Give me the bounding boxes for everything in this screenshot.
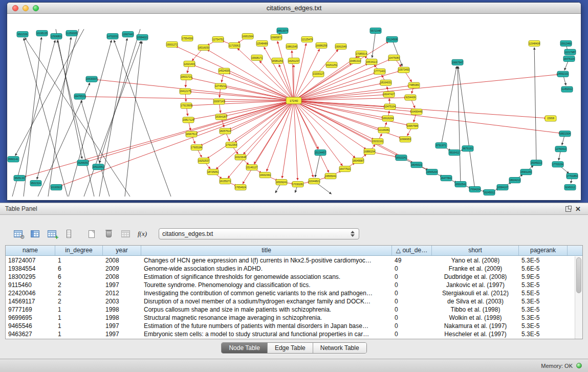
graph-node[interactable]: 8791971	[435, 143, 447, 148]
close-panel-button[interactable]	[573, 205, 583, 213]
window-titlebar[interactable]: citations_edges.txt	[7, 3, 581, 14]
graph-node[interactable]: 17085914	[356, 51, 367, 56]
graph-node[interactable]: 18049321	[411, 162, 422, 168]
graph-node[interactable]: 18302541	[455, 182, 466, 187]
tab-network-table[interactable]: Network Table	[313, 343, 366, 353]
graph-node[interactable]: 12106081	[378, 127, 389, 133]
edit-columns-button[interactable]	[44, 227, 59, 241]
graph-node[interactable]: 19908171	[251, 55, 263, 60]
graph-node[interactable]: 25266051	[77, 160, 89, 166]
graph-node[interactable]: 16495449	[411, 109, 422, 115]
graph-node[interactable]: 16916204	[382, 116, 394, 121]
row-options-button[interactable]	[61, 227, 76, 241]
graph-node[interactable]: 18381253	[272, 58, 283, 63]
column-header-year[interactable]: year	[103, 246, 141, 255]
graph-node[interactable]: 17913905	[181, 103, 192, 108]
graph-node[interactable]: 17703154	[552, 162, 563, 167]
graph-node[interactable]: 17554300	[182, 35, 193, 41]
graph-node[interactable]: 19412175	[180, 89, 191, 94]
show-columns-button[interactable]	[27, 227, 42, 241]
graph-node[interactable]: 18725051	[207, 169, 219, 175]
graph-node-center[interactable]: 17240	[286, 97, 301, 104]
graph-node[interactable]: 14592101	[557, 71, 569, 77]
graph-node[interactable]: 18309241	[276, 180, 287, 185]
graph-node[interactable]: 12667443	[122, 31, 134, 37]
graph-node[interactable]: 12760413	[555, 146, 567, 152]
graph-node[interactable]: 11259305	[66, 30, 77, 36]
graph-node[interactable]: 16323648	[235, 155, 246, 160]
graph-node[interactable]: 15913460	[560, 40, 572, 46]
graph-node[interactable]: 10475083	[388, 55, 400, 60]
memory-status-light[interactable]	[576, 363, 582, 368]
graph-node[interactable]: 16686259	[316, 42, 327, 48]
graph-node[interactable]: 15901243	[520, 169, 532, 175]
graph-node[interactable]: 17912354	[226, 142, 237, 148]
graph-node[interactable]: 16880294	[364, 149, 375, 155]
graph-node[interactable]: 12217987	[564, 49, 576, 55]
graph-node[interactable]: 18049587	[353, 158, 364, 164]
graph-node[interactable]: 12125479	[301, 36, 313, 42]
graph-node[interactable]: 20522051	[93, 164, 104, 170]
column-header-out_de[interactable]: △ out_de…	[392, 246, 432, 255]
graph-node[interactable]: 11452012	[561, 86, 573, 92]
graph-node[interactable]: 7485083	[408, 82, 420, 88]
graph-node[interactable]: 18316030	[198, 45, 209, 50]
column-header-in_degree[interactable]: in_degree	[55, 246, 103, 255]
tab-edge-table[interactable]: Edge Table	[267, 343, 313, 353]
graph-node[interactable]: 16821504	[559, 131, 571, 137]
graph-node[interactable]: 19252537	[198, 158, 209, 164]
graph-node[interactable]: 19565041	[325, 173, 336, 179]
table-row[interactable]: 977716911998Corpus callosum shape and si…	[6, 305, 575, 314]
graph-node[interactable]: 15364187	[215, 114, 227, 120]
graph-node[interactable]: 19667947	[452, 59, 463, 65]
graph-node[interactable]: 20631721	[181, 74, 192, 80]
table-row[interactable]: 1830029562008Estimation of significance …	[6, 273, 575, 281]
table-row[interactable]: 1872400712008Changes of HCN gene express…	[6, 256, 575, 265]
graph-node[interactable]: 16584107	[497, 185, 508, 190]
graph-node[interactable]: 9501524	[30, 181, 41, 186]
graph-node[interactable]: 18813074	[277, 28, 288, 33]
graph-node[interactable]: 16476521	[74, 94, 85, 99]
graph-node[interactable]: 16049213	[531, 160, 542, 166]
function-builder-button[interactable]	[135, 227, 150, 241]
graph-node[interactable]: 5572348	[370, 28, 381, 33]
graph-node[interactable]: 19861545	[286, 43, 297, 49]
graph-node[interactable]: 16261237	[288, 58, 299, 63]
graph-node[interactable]: 17771401	[374, 69, 385, 74]
table-row[interactable]: 1938455462009Genome-wide association stu…	[6, 265, 575, 273]
graph-node[interactable]: 17654924	[235, 185, 246, 190]
table-row[interactable]: 946554611997Estimation of the future num…	[6, 322, 575, 330]
graph-node[interactable]: 17701854	[567, 173, 578, 179]
graph-node[interactable]: 15032161	[372, 139, 383, 144]
graph-node[interactable]: 18367513	[186, 132, 197, 137]
graph-node[interactable]: 15146127	[246, 165, 257, 170]
table-row[interactable]: 911546021997Tourette syndrome. Phenomeno…	[6, 281, 575, 289]
network-canvas[interactable]: 1900127217554300183160301275475211715062…	[7, 14, 581, 200]
graph-node[interactable]: 14702031	[107, 33, 118, 39]
table-row[interactable]: 1456911722003Disruption of a novel membe…	[6, 297, 575, 305]
graph-node[interactable]: 19565204	[426, 169, 438, 175]
graph-node[interactable]: 19001272	[166, 41, 178, 47]
graph-node[interactable]: 20097143	[213, 99, 225, 104]
graph-node[interactable]: 17905184	[191, 145, 202, 150]
graph-node[interactable]: 18257514	[220, 128, 231, 134]
graph-node[interactable]: 12745211	[215, 83, 226, 89]
table-selector[interactable]: citations_edges.txt	[159, 228, 359, 239]
graph-node[interactable]: 16047427	[383, 92, 395, 97]
table-options-button[interactable]	[10, 227, 26, 241]
float-panel-button[interactable]	[563, 205, 573, 213]
graph-node[interactable]: 15958	[545, 116, 556, 121]
graph-node[interactable]: 19061549	[335, 43, 346, 49]
graph-node[interactable]: 10996953	[400, 137, 411, 142]
graph-node[interactable]: 17030281	[292, 182, 303, 187]
graph-node[interactable]: 18604213	[509, 178, 520, 183]
vertical-scrollbar[interactable]	[575, 256, 582, 339]
graph-node[interactable]: 12754752	[212, 36, 224, 42]
table-row[interactable]: 969969511998Structural magnetic resonanc…	[6, 314, 575, 322]
column-header-name[interactable]: name	[6, 246, 55, 255]
graph-node[interactable]: 12021403	[184, 61, 195, 67]
graph-node[interactable]: 22044821	[309, 179, 320, 184]
graph-node[interactable]: 19481310	[350, 58, 361, 63]
tab-node-table[interactable]: Node Table	[222, 343, 267, 353]
graph-node[interactable]: 10973493	[398, 67, 409, 73]
